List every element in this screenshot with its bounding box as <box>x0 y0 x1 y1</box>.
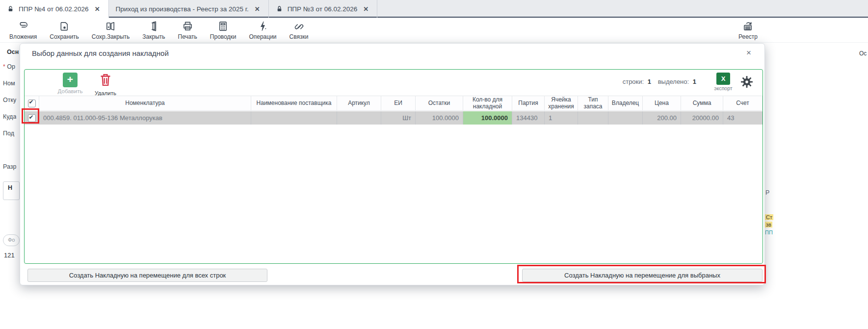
toolbar-label: Операции <box>249 33 276 40</box>
cell-sum: 20000.00 <box>681 111 723 125</box>
col-nomenclature[interactable]: Номенклатура <box>39 96 251 110</box>
bg-field-razr: Разр <box>3 163 16 170</box>
dialog-close-icon[interactable]: × <box>744 47 754 59</box>
save-icon <box>59 21 70 32</box>
table-row[interactable]: 000.4859. 011.000-95-136 Металлорукав Шт… <box>25 111 763 125</box>
bg-field-org: * * ОрОр <box>3 63 15 70</box>
main-toolbar: Вложения Сохранить Сохр.Закрыть Закрыть <box>0 19 868 43</box>
col-price[interactable]: Цена <box>643 96 681 110</box>
cell-account: 43 <box>723 111 763 125</box>
selected-label: выделено: <box>658 78 689 85</box>
toolbar-label: Сохранить <box>50 33 79 40</box>
col-account[interactable]: Счет <box>723 96 763 110</box>
select-all-cell <box>25 96 39 110</box>
screen: ППР №4 от 06.02.2026 ✕ Приход из произво… <box>0 0 868 329</box>
cell-nomenclature: 000.4859. 011.000-95-136 Металлорукав <box>39 111 251 125</box>
lock-closed-icon <box>276 5 283 13</box>
col-article[interactable]: Артикул <box>337 96 381 110</box>
tab-close-icon[interactable]: ✕ <box>93 4 102 14</box>
bg-right-fragment-r: Р <box>765 189 769 196</box>
col-storage-cell[interactable]: Ячейка хранения <box>545 96 578 110</box>
toolbar-label: Сохр.Закрыть <box>92 33 130 40</box>
operations-button[interactable]: Операции <box>242 19 283 42</box>
tab-title: Приход из производства - Реестр за 2025 … <box>116 5 249 13</box>
registry-icon <box>742 21 754 32</box>
tab-ppr4[interactable]: ППР №4 от 06.02.2026 ✕ <box>0 0 109 18</box>
create-invoice-selected-rows-button[interactable]: Создать Накладную на перемещение для выб… <box>522 269 763 282</box>
bg-field-nom: Ном <box>3 80 15 87</box>
grid-container: + Добавить Удалить строки: 1 выделено: 1 <box>24 69 763 264</box>
tab-title: ППР №4 от 06.02.2026 <box>19 5 89 13</box>
toolbar-label: Связки <box>289 33 309 40</box>
toolbar-label: Реестр <box>738 33 758 40</box>
links-button[interactable]: Связки <box>283 19 315 42</box>
close-button[interactable]: Закрыть <box>136 19 171 42</box>
cell-qty-for-invoice[interactable]: 100.0000 <box>463 111 512 125</box>
postings-button[interactable]: Проводки <box>204 19 243 42</box>
col-qty-for-invoice[interactable]: Кол-во для накладной <box>463 96 512 110</box>
save-close-button[interactable]: Сохр.Закрыть <box>85 19 136 42</box>
create-invoice-all-rows-button[interactable]: Создать Накладную на перемещение для все… <box>27 269 267 282</box>
gear-icon[interactable] <box>740 76 753 88</box>
printer-icon <box>182 21 193 32</box>
bg-right-fragment-zv: зв <box>765 222 772 228</box>
paperclip-icon <box>18 21 29 32</box>
bg-panel-fragment: Н <box>3 181 20 200</box>
save-close-icon <box>105 21 116 32</box>
delete-row-button[interactable]: Удалить <box>87 73 124 96</box>
bg-tab-osnovnoe: Осн <box>7 49 19 55</box>
col-balance[interactable]: Остатки <box>416 96 463 110</box>
select-all-checkbox[interactable] <box>28 100 36 107</box>
print-button[interactable]: Печать <box>172 19 204 42</box>
selected-value: 1 <box>691 78 701 85</box>
cell-price: 200.00 <box>643 111 681 125</box>
cell-supplier <box>251 111 337 125</box>
rows-value: 1 <box>646 78 656 85</box>
col-unit[interactable]: ЕИ <box>381 96 416 110</box>
col-stock-type[interactable]: Тип запаса <box>578 96 608 110</box>
col-batch[interactable]: Партия <box>512 96 545 110</box>
export-label: экспорт <box>710 85 736 91</box>
bg-filter-input[interactable]: Фо <box>3 234 20 246</box>
registry-button[interactable]: Реестр <box>732 19 764 42</box>
lightning-icon <box>257 21 268 32</box>
cell-article <box>337 111 381 125</box>
bg-right-fragment-st: Ст <box>765 214 773 220</box>
col-sum[interactable]: Сумма <box>681 96 723 110</box>
door-icon <box>148 21 159 32</box>
table-header: Номенклатура Наименование поставщика Арт… <box>25 96 763 111</box>
col-owner[interactable]: Владелец <box>608 96 643 110</box>
tab-prihod-reestr[interactable]: Приход из производства - Реестр за 2025 … <box>109 0 269 18</box>
tab-strip: ППР №4 от 06.02.2026 ✕ Приход из произво… <box>0 0 868 18</box>
bg-field-pod: Под <box>3 130 14 137</box>
bg-number-fragment: 121 <box>4 252 19 259</box>
col-supplier[interactable]: Наименование поставщика <box>251 96 337 110</box>
trash-icon <box>99 73 112 87</box>
attachments-button[interactable]: Вложения <box>3 19 43 42</box>
save-button[interactable]: Сохранить <box>43 19 85 42</box>
tab-close-icon[interactable]: ✕ <box>253 4 262 14</box>
rows-label: строки: <box>623 78 644 85</box>
dialog-title: Выбор данных для создания накладной <box>32 49 169 57</box>
bg-right-fragment-pp: ПП <box>765 229 773 235</box>
toolbar-edge-fragment: Ос <box>859 50 868 57</box>
tab-title: ППР №3 от 06.02.2026 <box>288 5 358 13</box>
tab-close-icon[interactable]: ✕ <box>362 4 370 14</box>
toolbar-label: Закрыть <box>142 33 165 40</box>
cell-unit: Шт <box>381 111 416 125</box>
tab-ppr3[interactable]: ППР №3 от 06.02.2026 ✕ <box>269 0 378 18</box>
bg-field-otkuda: Отку <box>3 97 16 103</box>
row-checkbox[interactable] <box>28 114 36 122</box>
plus-icon: + <box>63 73 78 87</box>
toolbar-label: Вложения <box>9 33 37 40</box>
export-excel-button[interactable]: X экспорт <box>710 73 736 91</box>
bg-field-kuda: Куда <box>3 113 16 120</box>
toolbar-label: Печать <box>178 33 197 40</box>
cell-balance: 100.0000 <box>416 111 463 125</box>
toolbar-label: Проводки <box>210 33 237 40</box>
calculator-icon <box>217 21 229 32</box>
cell-stock-type <box>578 111 608 125</box>
add-row-button[interactable]: + Добавить <box>52 73 89 94</box>
cell-owner <box>608 111 643 125</box>
cell-storage-cell: 1 <box>545 111 578 125</box>
